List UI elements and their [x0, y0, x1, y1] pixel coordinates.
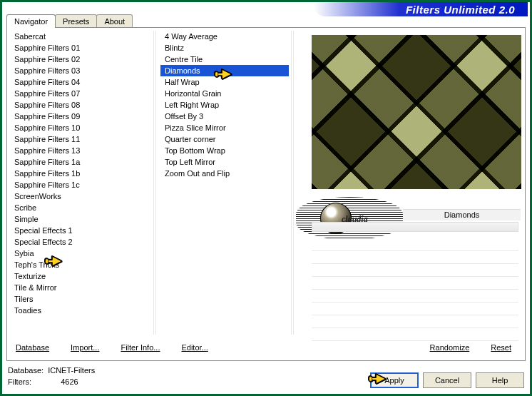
category-item[interactable]: Sapphire Filters 09 [10, 111, 150, 122]
effect-list-container: 4 Way AverageBlintzCentre TileDiamondsHa… [160, 31, 289, 335]
category-item[interactable]: ScreenWorks [10, 191, 150, 202]
effect-item[interactable]: Pizza Slice Mirror [160, 122, 289, 133]
tab-navigator[interactable]: Navigator [6, 14, 56, 28]
title-bar: Filters Unlimited 2.0 [314, 2, 528, 16]
randomize-button[interactable]: Randomize [426, 340, 474, 355]
apply-button[interactable]: Apply [370, 372, 419, 388]
watermark-overlay: claudia [296, 197, 403, 240]
reset-button[interactable]: Reset [486, 340, 516, 355]
import-button[interactable]: Import... [66, 340, 103, 355]
effect-item[interactable]: Horizontal Grain [160, 88, 289, 99]
preview-render [312, 35, 521, 189]
effect-item[interactable]: Top Bottom Wrap [160, 145, 289, 156]
category-item[interactable]: Teph's Tricks [10, 259, 150, 270]
cancel-button[interactable]: Cancel [423, 372, 471, 388]
column-separator[interactable] [153, 31, 156, 335]
dialog-buttons: Apply Cancel Help [366, 372, 526, 391]
category-item[interactable]: Toadies [10, 305, 150, 316]
effect-item[interactable]: Offset By 3 [160, 111, 289, 122]
category-item[interactable]: Sapphire Filters 1a [10, 156, 150, 168]
param-row [312, 238, 518, 251]
category-item[interactable]: Sapphire Filters 1b [10, 168, 150, 179]
category-item[interactable]: Simple [10, 213, 150, 225]
category-item[interactable]: Texturize [10, 270, 150, 282]
category-item[interactable]: Sapphire Filters 13 [10, 145, 150, 156]
preview-image [312, 35, 521, 189]
category-item[interactable]: Sapphire Filters 08 [10, 99, 150, 111]
current-effect-label: Diamonds [403, 209, 521, 220]
category-item[interactable]: Sapphire Filters 1c [10, 179, 150, 191]
app-title: Filters Unlimited 2.0 [406, 4, 515, 16]
category-item[interactable]: Scribe [10, 202, 150, 213]
category-item[interactable]: Sabercat [10, 31, 150, 42]
status-filters-label: Filters: [8, 377, 46, 387]
category-list[interactable]: SabercatSapphire Filters 01Sapphire Filt… [10, 31, 150, 335]
param-row [312, 290, 518, 303]
effect-item[interactable]: Quarter corner [160, 133, 289, 145]
tab-presets[interactable]: Presets [55, 14, 97, 28]
param-row [312, 264, 518, 277]
status-info: Database: ICNET-Filters Filters: 4626 [6, 364, 96, 391]
column-separator[interactable] [291, 31, 294, 335]
effect-item[interactable]: Top Left Mirror [160, 156, 289, 168]
category-item[interactable]: Sapphire Filters 10 [10, 122, 150, 133]
tab-strip: Navigator Presets About [6, 14, 132, 28]
status-bar: Database: ICNET-Filters Filters: 4626 Ap… [6, 362, 526, 391]
category-item[interactable]: Sybia [10, 248, 150, 259]
category-item[interactable]: Sapphire Filters 03 [10, 65, 150, 76]
param-row [312, 303, 518, 315]
database-button[interactable]: Database [11, 340, 53, 355]
effect-item[interactable]: Diamonds [160, 65, 289, 76]
effect-item[interactable]: Left Right Wrap [160, 99, 289, 111]
tab-about[interactable]: About [96, 14, 133, 28]
editor-button[interactable]: Editor... [177, 340, 212, 355]
param-row [312, 277, 518, 290]
category-item[interactable]: Tilers [10, 293, 150, 305]
plugin-window: Filters Unlimited 2.0 Navigator Presets … [0, 0, 532, 396]
status-db-label: Database: [8, 365, 46, 375]
effect-item[interactable]: Zoom Out and Flip [160, 168, 289, 179]
category-list-container: SabercatSapphire Filters 01Sapphire Filt… [10, 31, 151, 335]
effect-item[interactable]: 4 Way Average [160, 31, 289, 42]
effect-item[interactable]: Half Wrap [160, 76, 289, 88]
category-item[interactable]: Sapphire Filters 11 [10, 133, 150, 145]
effect-item[interactable]: Blintz [160, 42, 289, 54]
effect-list[interactable]: 4 Way AverageBlintzCentre TileDiamondsHa… [160, 31, 289, 335]
param-row [312, 315, 518, 328]
effect-item[interactable]: Centre Tile [160, 54, 289, 65]
category-item[interactable]: Special Effects 1 [10, 225, 150, 236]
panel-footer: Database Import... Filter Info... Editor… [11, 337, 518, 357]
category-item[interactable]: Tile & Mirror [10, 282, 150, 293]
effect-header-bar [312, 222, 518, 232]
status-db-value: ICNET-Filters [48, 365, 95, 375]
status-filters-value: 4626 [48, 377, 95, 387]
category-item[interactable]: Special Effects 2 [10, 236, 150, 248]
category-item[interactable]: Sapphire Filters 02 [10, 54, 150, 65]
navigator-panel: SabercatSapphire Filters 01Sapphire Filt… [6, 27, 526, 361]
category-item[interactable]: Sapphire Filters 07 [10, 88, 150, 99]
parameter-area [312, 238, 518, 341]
category-item[interactable]: Sapphire Filters 04 [10, 76, 150, 88]
param-row [312, 251, 518, 264]
help-button[interactable]: Help [476, 372, 524, 388]
category-item[interactable]: Sapphire Filters 01 [10, 42, 150, 54]
filterinfo-button[interactable]: Filter Info... [116, 340, 164, 355]
